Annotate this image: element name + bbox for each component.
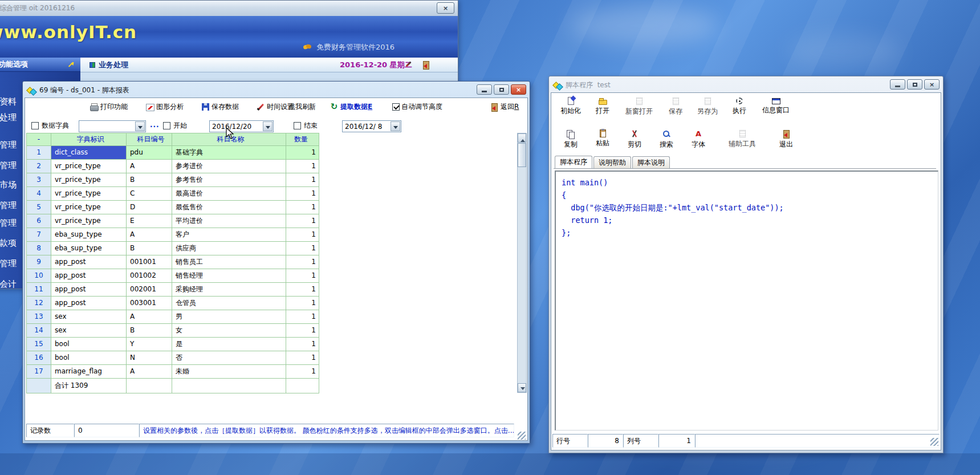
column-header[interactable]: 科目编号 <box>127 133 172 146</box>
sidebar-item[interactable]: 存管理 <box>0 140 17 151</box>
table-cell[interactable]: 1 <box>286 310 319 324</box>
table-cell[interactable]: vr_price_type <box>51 160 127 173</box>
table-cell[interactable]: A <box>127 365 172 379</box>
table-cell[interactable] <box>286 379 319 393</box>
table-cell[interactable]: 6 <box>27 214 51 228</box>
table-cell[interactable]: eba_sup_type <box>51 242 127 255</box>
table-cell[interactable]: 1 <box>286 214 319 228</box>
search-button[interactable]: 搜索 <box>650 128 682 149</box>
table-cell[interactable]: 2 <box>27 160 51 173</box>
maximize-button[interactable] <box>907 79 922 90</box>
table-cell[interactable] <box>127 379 172 393</box>
close-button[interactable]: × <box>511 84 526 95</box>
table-cell[interactable]: 1 <box>286 242 319 255</box>
pen-icon[interactable] <box>404 60 413 70</box>
report-window-titlebar[interactable]: 69 编号 - ds_001 - 脚本报表 × <box>25 83 528 98</box>
sidebar-item[interactable]: 础资料 <box>0 96 17 107</box>
table-cell[interactable]: 1 <box>286 365 319 379</box>
tab-3[interactable]: 脚本说明 <box>632 156 670 169</box>
table-cell[interactable]: 14 <box>27 324 51 338</box>
auto-height-toggle[interactable]: 自动调节高度 <box>392 102 442 112</box>
table-cell[interactable]: 采购经理 <box>172 283 286 297</box>
table-cell[interactable]: 男 <box>172 310 286 324</box>
table-cell[interactable]: A <box>127 310 172 324</box>
chevron-down-icon[interactable] <box>135 121 145 131</box>
table-cell[interactable]: 是 <box>172 338 286 351</box>
table-cell[interactable]: 1 <box>286 269 319 283</box>
table-cell[interactable]: 1 <box>286 201 319 214</box>
cut-button[interactable]: 剪切 <box>619 128 650 149</box>
content-tab-label[interactable]: 业务处理 <box>99 60 128 70</box>
table-cell[interactable]: A <box>127 160 172 173</box>
copy-button[interactable]: 复制 <box>555 128 587 149</box>
table-cell[interactable]: B <box>127 242 172 255</box>
table-cell[interactable]: 7 <box>27 228 51 242</box>
print-button[interactable]: 打印功能 <box>90 102 128 112</box>
chevron-down-icon[interactable] <box>263 121 273 131</box>
minimize-button[interactable] <box>477 84 492 95</box>
sidebar-item[interactable]: 务会计 <box>0 279 17 290</box>
close-button[interactable]: × <box>437 2 454 14</box>
table-cell[interactable]: 销售经理 <box>172 269 286 283</box>
table-cell[interactable]: C <box>127 187 172 201</box>
table-cell[interactable]: 13 <box>27 310 51 324</box>
tab-1[interactable]: 脚本程序 <box>555 156 592 169</box>
column-header[interactable]: 字典标识 <box>51 133 127 146</box>
table-cell[interactable]: 最高进价 <box>172 187 286 201</box>
column-header[interactable]: 数量 <box>286 133 319 146</box>
table-cell[interactable]: 最低售价 <box>172 201 286 214</box>
end-date-combobox[interactable]: 2016/12/ 8 <box>342 120 401 132</box>
chevron-down-icon[interactable] <box>391 121 400 131</box>
table-cell[interactable]: 客户 <box>172 228 286 242</box>
table-cell[interactable]: 1 <box>286 338 319 351</box>
table-cell[interactable]: app_post <box>51 255 127 269</box>
chart-analysis-button[interactable]: 图形分析 <box>146 102 184 112</box>
table-cell[interactable]: 1 <box>286 173 319 187</box>
table-cell[interactable]: 002001 <box>127 283 172 297</box>
table-cell[interactable]: 4 <box>27 187 51 201</box>
table-cell[interactable]: 1 <box>286 255 319 269</box>
table-cell[interactable]: 12 <box>27 297 51 310</box>
dict-checkbox[interactable] <box>31 122 39 129</box>
table-cell[interactable]: 5 <box>27 201 51 214</box>
open-folder-button[interactable]: 打开 <box>587 96 619 116</box>
init-doc-button[interactable]: 初始化 <box>555 96 587 116</box>
table-scrollbar[interactable] <box>517 133 527 393</box>
table-cell[interactable]: app_post <box>51 297 127 310</box>
maximize-button[interactable] <box>494 84 509 95</box>
table-cell[interactable]: vr_price_type <box>51 214 127 228</box>
tab-2[interactable]: 说明帮助 <box>593 156 631 169</box>
table-cell[interactable]: 11 <box>27 283 51 297</box>
code-editor[interactable]: int main(){ dbg("你选取的开始日期是:"+lmt_val("st… <box>555 170 938 431</box>
table-cell[interactable]: 8 <box>27 242 51 255</box>
table-cell[interactable]: 1 <box>286 160 319 173</box>
table-cell[interactable]: E <box>127 214 172 228</box>
exit-door-icon[interactable] <box>421 60 430 70</box>
table-cell[interactable]: 合计 1309 <box>51 379 127 393</box>
table-cell[interactable]: app_post <box>51 283 127 297</box>
column-header[interactable]: - <box>27 133 51 146</box>
table-cell[interactable]: 供应商 <box>172 242 286 255</box>
table-cell[interactable]: 10 <box>27 269 51 283</box>
table-cell[interactable]: app_post <box>51 269 127 283</box>
sidebar-item[interactable]: 支管理 <box>0 218 17 229</box>
sidebar-item[interactable]: 务处理 <box>0 112 17 123</box>
scroll-thumb[interactable] <box>518 143 526 167</box>
extract-data-button[interactable]: ↻ 提取数据E <box>330 102 372 112</box>
table-cell[interactable]: sex <box>51 310 127 324</box>
table-cell[interactable]: bool <box>51 351 127 365</box>
end-checkbox[interactable] <box>294 122 301 129</box>
refresh-button[interactable]: 点我刷新 <box>288 102 316 112</box>
sidebar-item[interactable]: 产管理 <box>0 258 17 269</box>
table-cell[interactable]: 1 <box>286 283 319 297</box>
table-cell[interactable]: marriage_flag <box>51 365 127 379</box>
table-cell[interactable]: 001002 <box>127 269 172 283</box>
table-cell[interactable]: 平均进价 <box>172 214 286 228</box>
table-cell[interactable]: A <box>127 228 172 242</box>
table-cell[interactable]: B <box>127 324 172 338</box>
table-cell[interactable]: 女 <box>172 324 286 338</box>
table-cell[interactable]: 001001 <box>127 255 172 269</box>
table-cell[interactable]: 未婚 <box>172 365 286 379</box>
sidebar-item[interactable]: 构管理 <box>0 200 17 211</box>
table-cell[interactable]: 3 <box>27 173 51 187</box>
